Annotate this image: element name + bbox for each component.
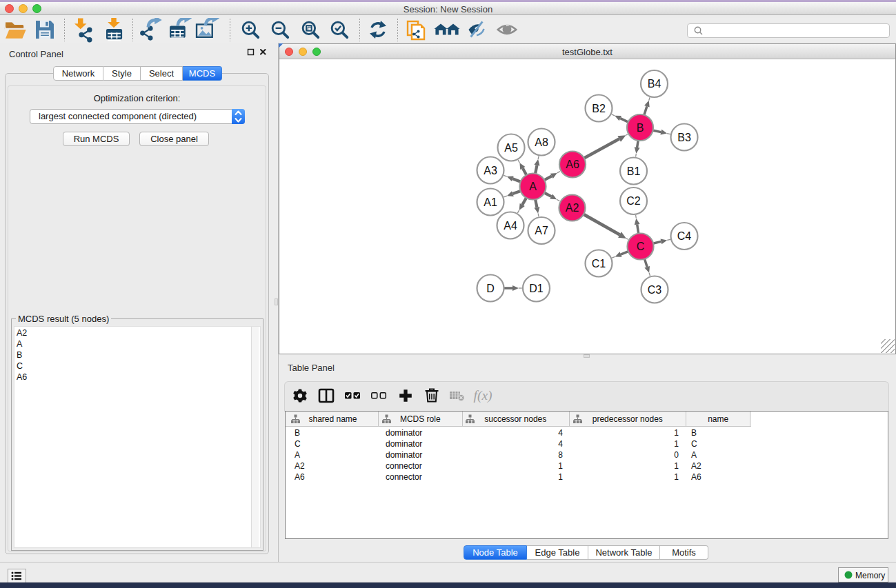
svg-text:B4: B4 — [648, 78, 661, 90]
svg-text:C2: C2 — [626, 195, 641, 207]
svg-text:A: A — [529, 181, 537, 192]
svg-text:B3: B3 — [677, 132, 691, 143]
svg-text:A4: A4 — [504, 220, 517, 232]
svg-text:C: C — [637, 241, 645, 252]
svg-text:A7: A7 — [535, 225, 548, 236]
svg-text:A3: A3 — [484, 165, 497, 176]
svg-text:A1: A1 — [484, 196, 497, 208]
svg-text:f(x): f(x) — [473, 388, 492, 403]
svg-text:D1: D1 — [529, 283, 544, 294]
svg-text:C1: C1 — [592, 258, 606, 270]
svg-text:A2: A2 — [566, 202, 579, 214]
svg-text:A6: A6 — [566, 159, 579, 170]
svg-text:A5: A5 — [504, 142, 518, 154]
svg-text:C4: C4 — [677, 230, 692, 242]
svg-text:D: D — [486, 283, 495, 294]
svg-text:B: B — [637, 122, 644, 134]
svg-text:B1: B1 — [627, 165, 641, 177]
svg-text:B2: B2 — [592, 103, 606, 114]
svg-text:A8: A8 — [535, 136, 548, 148]
svg-text:C3: C3 — [648, 284, 662, 296]
